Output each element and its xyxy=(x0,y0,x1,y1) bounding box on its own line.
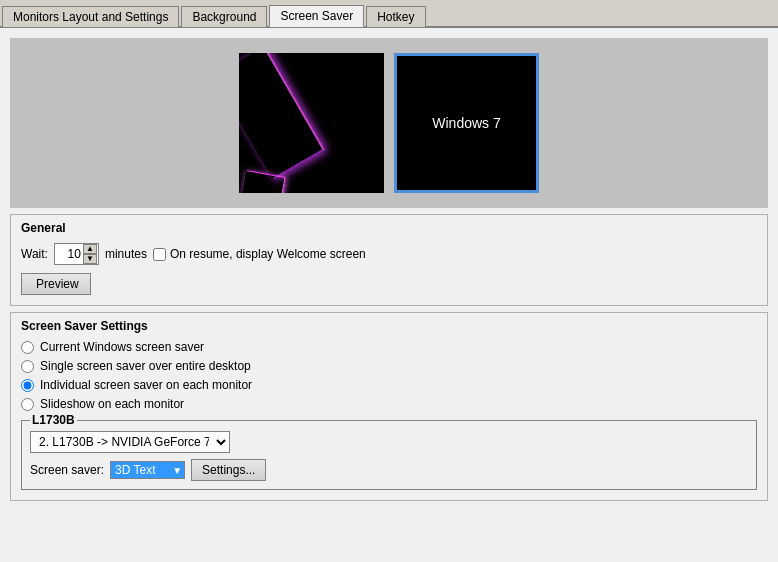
saver-select-container: 3D Text ▼ xyxy=(110,461,185,479)
aurora-line-1 xyxy=(239,53,325,180)
tab-screensaver[interactable]: Screen Saver xyxy=(269,5,364,27)
radio-individual-label: Individual screen saver on each monitor xyxy=(40,378,252,392)
preview-button[interactable]: Preview xyxy=(21,273,91,295)
thumb-text: Windows 7 xyxy=(432,115,500,131)
radio-current-input[interactable] xyxy=(21,341,34,354)
radio-slideshow-input[interactable] xyxy=(21,398,34,411)
wait-spinner[interactable]: ▲ ▼ xyxy=(54,243,99,265)
wait-label: Wait: xyxy=(21,247,48,261)
radio-current: Current Windows screen saver xyxy=(21,340,757,354)
welcome-checkbox[interactable] xyxy=(153,248,166,261)
aurora-preview xyxy=(239,53,384,193)
saver-dropdown-arrow: ▼ xyxy=(172,465,182,476)
welcome-checkbox-row: On resume, display Welcome screen xyxy=(153,247,366,261)
monitor-group-label: L1730B xyxy=(30,413,77,427)
spin-buttons: ▲ ▼ xyxy=(83,244,97,264)
settings-button[interactable]: Settings... xyxy=(191,459,266,481)
radio-current-label: Current Windows screen saver xyxy=(40,340,204,354)
saver-settings-label: Screen Saver Settings xyxy=(21,319,757,333)
welcome-label: On resume, display Welcome screen xyxy=(170,247,366,261)
tab-bar: Monitors Layout and Settings Background … xyxy=(0,0,778,28)
radio-slideshow-label: Slideshow on each monitor xyxy=(40,397,184,411)
spin-up-btn[interactable]: ▲ xyxy=(83,244,97,254)
tab-hotkey[interactable]: Hotkey xyxy=(366,6,425,27)
radio-single-input[interactable] xyxy=(21,360,34,373)
wait-input[interactable] xyxy=(55,246,83,262)
preview-thumb-1[interactable] xyxy=(239,53,384,193)
monitor-group: L1730B 2. L1730B -> NVIDIA GeForce 7300 … xyxy=(21,420,757,490)
radio-slideshow: Slideshow on each monitor xyxy=(21,397,757,411)
tab-monitors[interactable]: Monitors Layout and Settings xyxy=(2,6,179,27)
monitor-group-content: 2. L1730B -> NVIDIA GeForce 7300 GT Scre… xyxy=(30,431,748,481)
spin-down-btn[interactable]: ▼ xyxy=(83,254,97,264)
general-row: Wait: ▲ ▼ minutes On resume, display Wel… xyxy=(21,243,757,265)
radio-individual-input[interactable] xyxy=(21,379,34,392)
screen-saver-label: Screen saver: xyxy=(30,463,104,477)
general-label: General xyxy=(21,221,757,235)
minutes-label: minutes xyxy=(105,247,147,261)
preview-thumb-2[interactable]: Windows 7 xyxy=(394,53,539,193)
monitor-select[interactable]: 2. L1730B -> NVIDIA GeForce 7300 GT xyxy=(30,431,230,453)
radio-single: Single screen saver over entire desktop xyxy=(21,359,757,373)
saver-row: Screen saver: 3D Text ▼ Settings... xyxy=(30,459,748,481)
general-section: General Wait: ▲ ▼ minutes On resume, dis… xyxy=(10,214,768,306)
saver-settings-section: Screen Saver Settings Current Windows sc… xyxy=(10,312,768,501)
main-content: Windows 7 General Wait: ▲ ▼ minutes On r… xyxy=(0,28,778,562)
preview-area: Windows 7 xyxy=(10,38,768,208)
radio-single-label: Single screen saver over entire desktop xyxy=(40,359,251,373)
tab-background[interactable]: Background xyxy=(181,6,267,27)
saver-select-display[interactable]: 3D Text ▼ xyxy=(110,461,185,479)
radio-individual: Individual screen saver on each monitor xyxy=(21,378,757,392)
